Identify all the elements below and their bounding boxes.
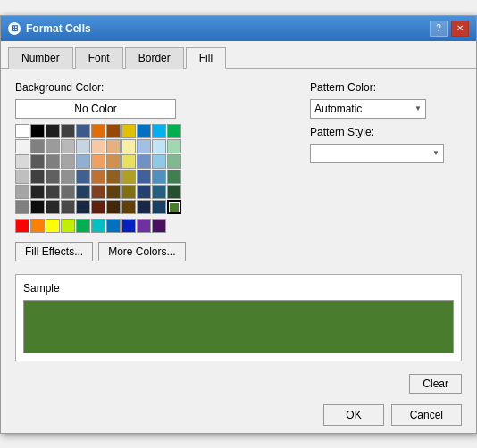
tab-number[interactable]: Number [8,47,73,69]
color-r5c7[interactable] [106,185,121,199]
color-r4c8[interactable] [121,170,136,184]
color-white[interactable] [15,124,29,138]
color-r4c4[interactable] [61,170,75,184]
color-r5c11[interactable] [167,185,181,199]
color-r3c10[interactable] [152,154,166,169]
color-bright7[interactable] [106,219,121,233]
color-r5c6[interactable] [91,185,105,199]
no-color-button[interactable]: No Color [15,99,176,119]
tab-font[interactable]: Font [75,47,123,69]
color-r4c1[interactable] [15,170,29,184]
color-r2c3[interactable] [46,139,60,153]
color-r4c11[interactable] [167,170,181,184]
pattern-color-dropdown[interactable]: Automatic ▼ [310,99,426,119]
color-bright5[interactable] [76,219,90,233]
color-r2c1[interactable] [15,139,29,153]
color-r3c5[interactable] [76,154,90,169]
color-r4c9[interactable] [137,170,151,184]
action-buttons: Fill Effects... More Colors... [15,242,292,261]
color-r3c2[interactable] [30,154,45,169]
color-bright4[interactable] [61,219,75,233]
color-r6c1[interactable] [15,200,29,214]
color-r2c4[interactable] [61,139,75,153]
color-r2c11[interactable] [167,139,181,153]
color-r4c3[interactable] [46,170,60,184]
color-r3c4[interactable] [61,154,75,169]
fill-effects-button[interactable]: Fill Effects... [15,242,93,261]
color-dark3[interactable] [76,124,90,138]
color-bright2[interactable] [30,219,45,233]
color-r6c3[interactable] [46,200,60,214]
color-r6c8[interactable] [121,200,136,214]
color-r2c8[interactable] [121,139,136,153]
color-r3c8[interactable] [121,154,136,169]
color-dark8[interactable] [152,124,166,138]
color-r5c1[interactable] [15,185,29,199]
color-r6c4[interactable] [61,200,75,214]
color-bright10[interactable] [152,219,166,233]
pattern-style-dropdown[interactable]: ▼ [310,144,444,163]
color-r4c2[interactable] [30,170,45,184]
color-r5c10[interactable] [152,185,166,199]
color-r6c6[interactable] [91,200,105,214]
color-r2c10[interactable] [152,139,166,153]
sample-section: Sample [15,274,462,361]
color-r2c7[interactable] [106,139,121,153]
color-r5c5[interactable] [76,185,90,199]
color-r4c5[interactable] [76,170,90,184]
color-r2c5[interactable] [76,139,90,153]
color-row-7 [15,219,292,233]
color-bright1[interactable] [15,219,29,233]
color-dark6[interactable] [121,124,136,138]
color-r4c10[interactable] [152,170,166,184]
dialog-content: Background Color: No Color [1,69,476,374]
color-r5c3[interactable] [46,185,60,199]
color-bright6[interactable] [91,219,105,233]
color-r2c2[interactable] [30,139,45,153]
ok-button[interactable]: OK [323,404,383,426]
color-r3c9[interactable] [137,154,151,169]
color-r4c7[interactable] [106,170,121,184]
color-r3c11[interactable] [167,154,181,169]
color-row-4 [15,170,292,184]
cancel-button[interactable]: Cancel [391,404,462,426]
color-dark9[interactable] [167,124,181,138]
clear-button[interactable]: Clear [409,374,462,394]
color-black[interactable] [30,124,45,138]
color-dark2[interactable] [61,124,75,138]
color-r5c9[interactable] [137,185,151,199]
color-r3c3[interactable] [46,154,60,169]
color-dark5[interactable] [106,124,121,138]
pattern-style-arrow-icon: ▼ [432,149,439,157]
clear-button-row: Clear [1,374,476,397]
color-r6c9[interactable] [137,200,151,214]
color-r3c7[interactable] [106,154,121,169]
color-r5c2[interactable] [30,185,45,199]
color-bright8[interactable] [121,219,136,233]
color-r6c11[interactable] [167,200,181,214]
tab-fill[interactable]: Fill [186,47,226,69]
color-row-1 [15,124,292,138]
color-r2c6[interactable] [91,139,105,153]
color-r3c6[interactable] [91,154,105,169]
color-dark1[interactable] [46,124,60,138]
color-r5c4[interactable] [61,185,75,199]
color-r3c1[interactable] [15,154,29,169]
color-r6c10[interactable] [152,200,166,214]
help-button[interactable]: ? [430,21,448,37]
color-r6c2[interactable] [30,200,45,214]
color-r2c9[interactable] [137,139,151,153]
color-dark4[interactable] [91,124,105,138]
color-r5c8[interactable] [121,185,136,199]
color-r6c7[interactable] [106,200,121,214]
color-dark7[interactable] [137,124,151,138]
more-colors-button[interactable]: More Colors... [98,242,185,261]
close-button[interactable]: ✕ [451,21,469,37]
dropdown-arrow-icon: ▼ [414,104,422,112]
color-r4c6[interactable] [91,170,105,184]
color-r6c5[interactable] [76,200,90,214]
color-row-3 [15,154,292,169]
color-bright3[interactable] [46,219,60,233]
color-bright9[interactable] [137,219,151,233]
tab-border[interactable]: Border [125,47,184,69]
